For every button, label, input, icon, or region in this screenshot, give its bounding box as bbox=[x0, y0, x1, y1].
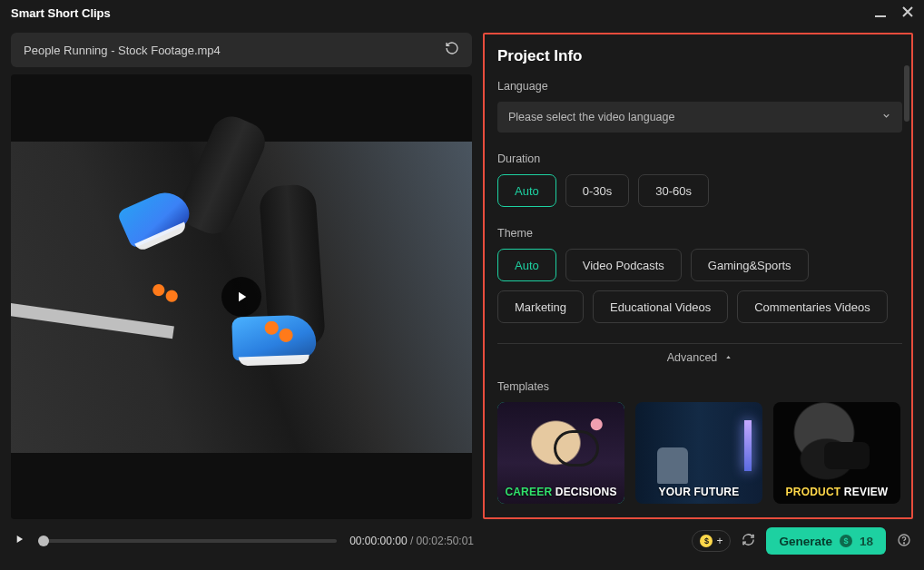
templates-label: Templates bbox=[497, 380, 902, 393]
credits-pill[interactable]: $ + bbox=[692, 530, 731, 552]
project-info-panel: Project Info Language Please select the … bbox=[483, 33, 913, 519]
theme-option-gaming-sports[interactable]: Gaming&Sports bbox=[691, 249, 809, 281]
duration-options: Auto 0-30s 30-60s bbox=[497, 174, 902, 207]
theme-option-auto[interactable]: Auto bbox=[497, 249, 556, 281]
template-card-3[interactable]: PRODUCT REVIEW bbox=[773, 402, 900, 504]
generate-label: Generate bbox=[779, 535, 832, 548]
minimize-icon[interactable] bbox=[875, 5, 886, 20]
template-card-2[interactable]: YOUR FUTURE bbox=[635, 402, 762, 504]
generate-button[interactable]: Generate $ 18 bbox=[766, 527, 886, 555]
language-placeholder: Please select the video language bbox=[508, 111, 674, 123]
video-preview[interactable] bbox=[11, 74, 472, 519]
generate-cost: 18 bbox=[860, 535, 873, 548]
time-display: 00:00:00:00 / 00:02:50:01 bbox=[349, 535, 474, 547]
advanced-label: Advanced bbox=[667, 351, 718, 364]
theme-option-marketing[interactable]: Marketing bbox=[497, 290, 584, 323]
scrollbar-thumb[interactable] bbox=[904, 65, 909, 122]
coin-icon: $ bbox=[700, 535, 713, 547]
close-icon[interactable] bbox=[902, 5, 913, 20]
language-label: Language bbox=[497, 80, 902, 93]
template-caption: YOUR FUTURE bbox=[635, 486, 762, 498]
language-select[interactable]: Please select the video language bbox=[497, 102, 902, 133]
template-card-1[interactable]: CAREER DECISIONS bbox=[497, 402, 624, 504]
footer: 00:00:00:00 / 00:02:50:01 $ + Generate $… bbox=[0, 519, 924, 563]
help-icon[interactable] bbox=[897, 533, 911, 550]
duration-option-0-30s[interactable]: 0-30s bbox=[565, 174, 630, 207]
preview-pane: People Running - Stock Footage.mp4 bbox=[11, 33, 472, 519]
app-title: Smart Short Clips bbox=[11, 6, 111, 20]
theme-option-video-podcasts[interactable]: Video Podcasts bbox=[565, 249, 682, 281]
time-current: 00:00:00:00 bbox=[349, 535, 407, 547]
file-name: People Running - Stock Footage.mp4 bbox=[24, 44, 221, 57]
seek-bar[interactable] bbox=[38, 539, 337, 543]
svg-rect-0 bbox=[875, 15, 886, 17]
add-credits: + bbox=[716, 535, 722, 547]
play-small-button[interactable] bbox=[13, 533, 25, 549]
advanced-toggle[interactable]: Advanced bbox=[497, 343, 902, 364]
coin-icon: $ bbox=[840, 535, 852, 547]
duration-option-auto[interactable]: Auto bbox=[497, 174, 556, 207]
theme-options: Auto Video Podcasts Gaming&Sports Market… bbox=[497, 249, 902, 323]
templates-row: CAREER DECISIONS YOUR FUTURE PRODUCT REV… bbox=[497, 402, 902, 504]
duration-label: Duration bbox=[497, 152, 902, 165]
refresh-icon[interactable] bbox=[445, 41, 459, 59]
duration-option-30-60s[interactable]: 30-60s bbox=[638, 174, 709, 207]
transport-controls: 00:00:00:00 / 00:02:50:01 bbox=[13, 533, 474, 549]
theme-option-educational[interactable]: Educational Videos bbox=[593, 290, 728, 323]
file-bar: People Running - Stock Footage.mp4 bbox=[11, 33, 472, 67]
template-caption: PRODUCT REVIEW bbox=[773, 486, 900, 498]
play-button[interactable] bbox=[221, 277, 261, 317]
chevron-down-icon bbox=[881, 111, 891, 123]
titlebar: Smart Short Clips bbox=[0, 0, 924, 25]
theme-option-commentaries[interactable]: Commentaries Videos bbox=[737, 290, 888, 323]
svg-point-2 bbox=[903, 542, 904, 543]
template-caption: CAREER DECISIONS bbox=[497, 486, 624, 498]
play-icon bbox=[233, 289, 250, 305]
chevron-up-icon bbox=[724, 351, 732, 364]
panel-title: Project Info bbox=[497, 47, 902, 65]
time-total: / 00:02:50:01 bbox=[410, 535, 474, 547]
refresh-credits-icon[interactable] bbox=[742, 533, 755, 550]
play-icon bbox=[13, 533, 25, 545]
theme-label: Theme bbox=[497, 227, 902, 240]
